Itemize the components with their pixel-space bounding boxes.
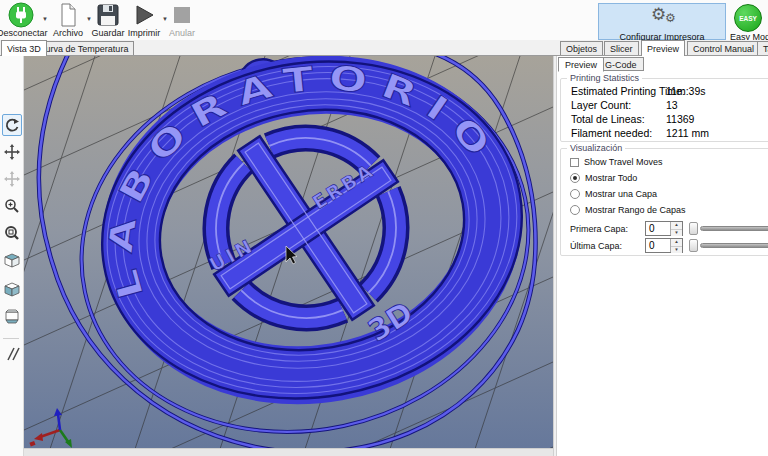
easy-mode-icon: EASY (734, 4, 762, 32)
radio-mostrar-rango-capas[interactable]: Mostrar Rango de Capas (570, 205, 686, 215)
visualization-group: Visualización Show Travel Moves Mostrar … (560, 148, 768, 256)
stat-value: 11m:39s (666, 85, 706, 97)
view-tool-strip (0, 56, 24, 456)
disconnect-label: Desconectar (0, 28, 45, 38)
cancel-label: Anular (158, 28, 206, 38)
tab-objetos[interactable]: Objetos (560, 41, 603, 55)
tab-slicer[interactable]: Slicer (604, 41, 639, 55)
radio-icon (570, 205, 580, 215)
checkbox-icon (570, 158, 579, 167)
last-layer-label: Última Capa: (570, 241, 622, 251)
viewport-3d[interactable]: LABORATORIO 3D (24, 56, 553, 448)
visualization-title: Visualización (567, 143, 625, 153)
slider-handle[interactable] (689, 239, 698, 252)
configure-printer-button[interactable]: ⚙⚙ Configurar Impresora (598, 3, 726, 40)
last-layer-slider[interactable] (689, 238, 768, 253)
stat-value: 1211 mm (666, 127, 709, 139)
toolstrip-separator (3, 338, 19, 339)
stat-value: 13 (666, 99, 678, 111)
last-layer-spinner[interactable]: 0 ▲▼ (645, 238, 683, 253)
cancel-button: Anular (158, 2, 206, 40)
spinner-arrows-icon[interactable]: ▲▼ (670, 222, 682, 235)
view-front-icon[interactable] (2, 277, 22, 299)
printing-statistics-title: Printing Statistics (567, 73, 642, 83)
first-layer-spinner[interactable]: 0 ▲▼ (645, 221, 683, 236)
slider-track[interactable] (700, 226, 768, 231)
stat-label: Filament needed: (571, 127, 652, 139)
rotate-icon[interactable] (2, 114, 22, 136)
easy-mode-button[interactable]: EASY Easy Mode (730, 3, 768, 40)
first-layer-slider[interactable] (689, 221, 768, 236)
slider-track[interactable] (700, 243, 768, 248)
printing-statistics-group: Printing Statistics Estimated Printing T… (560, 78, 768, 142)
zoom-fit-icon[interactable] (2, 222, 22, 244)
zoom-in-icon[interactable] (2, 195, 22, 217)
stat-label: Total de Lineas: (571, 113, 645, 125)
stat-label: Layer Count: (571, 99, 631, 111)
stop-icon (158, 2, 206, 28)
radio-icon (570, 189, 580, 199)
preview-panel: Preview G-Code Printing Statistics Estim… (557, 56, 768, 456)
main-toolbar: Desconectar ▼ Archivo ▼ Guardar Imprimi (0, 0, 768, 40)
app-window: Desconectar ▼ Archivo ▼ Guardar Imprimi (0, 0, 768, 456)
slider-handle[interactable] (689, 222, 698, 235)
view-top-icon[interactable] (2, 305, 22, 327)
tab-vista-3d[interactable]: Vista 3D (1, 40, 47, 56)
move-view-icon[interactable] (2, 141, 22, 163)
show-travel-moves-checkbox[interactable]: Show Travel Moves (570, 157, 663, 167)
tab-curva-temperatura[interactable]: Curva de Temperatura (33, 41, 134, 55)
plug-icon (0, 2, 45, 28)
stat-value: 11369 (666, 113, 694, 125)
move-object-icon[interactable] (2, 168, 22, 190)
spinner-arrows-icon[interactable]: ▲▼ (670, 239, 682, 252)
tab-preview-inner[interactable]: Preview (558, 57, 604, 72)
tab-preview[interactable]: Preview (641, 40, 685, 56)
radio-icon (570, 173, 580, 183)
tab-control-manual[interactable]: Control Manual (687, 41, 760, 55)
parallel-projection-icon[interactable] (2, 343, 22, 365)
tab-tarjeta-sd[interactable]: Tarjeta SD (757, 41, 768, 55)
first-layer-label: Primera Capa: (570, 224, 628, 234)
tab-gcode[interactable]: G-Code (598, 57, 644, 71)
view-iso-icon[interactable] (2, 249, 22, 271)
tab-bar: Vista 3D Curva de Temperatura Objetos Sl… (0, 40, 768, 56)
gears-icon: ⚙⚙ (599, 4, 725, 26)
radio-mostrar-todo[interactable]: Mostrar Todo (570, 173, 637, 183)
radio-mostrar-una-capa[interactable]: Mostrar una Capa (570, 189, 657, 199)
disconnect-button[interactable]: Desconectar (0, 2, 45, 40)
viewport-bottom-strip (24, 448, 553, 456)
